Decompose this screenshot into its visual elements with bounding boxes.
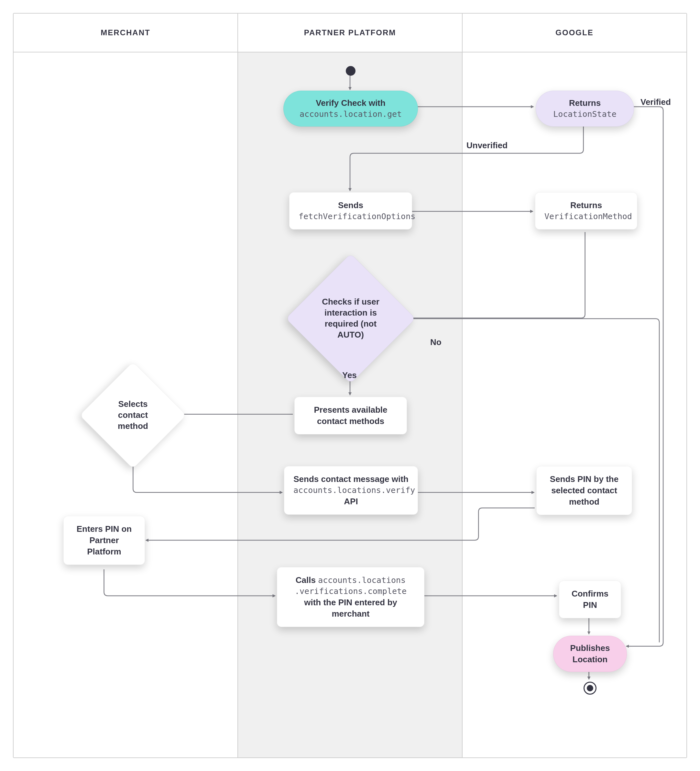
text3: with the PIN entered by merchant (286, 597, 415, 620)
node-sends-pin: Sends PIN by the selected contact method (536, 466, 632, 515)
lane-header-merchant: MERCHANT (14, 14, 238, 52)
node-returns-locationstate: Returns LocationState (536, 91, 634, 127)
lane-header-partner: PARTNER PLATFORM (238, 14, 463, 52)
text: Returns (544, 200, 628, 211)
text1b: accounts.locations (318, 576, 406, 585)
text2: API (293, 496, 409, 507)
text: Verify Check with (298, 98, 403, 109)
text: Publishes Location (568, 642, 612, 665)
edge-label-verified: Verified (640, 97, 671, 107)
text: Selects contact method (95, 377, 171, 453)
node-sends-fetch: Sends fetchVerificationOptions (289, 192, 412, 229)
node-verify-check: Verify Check with accounts.location.get (283, 91, 418, 127)
text-mono2: .verifications.complete (286, 586, 415, 597)
text: Sends PIN by the selected contact method (546, 473, 623, 507)
text: Presents available contact methods (304, 404, 398, 427)
node-returns-verificationmethod: Returns VerificationMethod (535, 192, 637, 229)
text-mono: VerificationMethod (544, 211, 628, 222)
node-checks-interaction: Checks if user interaction is required (… (305, 273, 396, 364)
lane-header-google: GOOGLE (463, 14, 686, 52)
text: Sends contact message with (293, 473, 409, 485)
edge-label-yes: Yes (342, 370, 357, 380)
node-presents-methods: Presents available contact methods (294, 397, 407, 434)
text: Enters PIN on Partner Platform (73, 524, 136, 557)
header-row: MERCHANT PARTNER PLATFORM GOOGLE (14, 14, 686, 52)
node-publishes-location: Publishes Location (553, 636, 627, 672)
text1a: Calls (296, 575, 318, 585)
swimlane-diagram: MERCHANT PARTNER PLATFORM GOOGLE (13, 13, 687, 758)
text-mono: LocationState (550, 109, 619, 120)
text: Checks if user interaction is required (… (305, 273, 396, 364)
text-mono: accounts.location.get (298, 109, 403, 120)
text-mono: fetchVerificationOptions (299, 211, 403, 222)
text-mono: accounts.locations.verify (293, 485, 409, 496)
edge-label-unverified: Unverified (466, 140, 508, 151)
text: Confirms PIN (568, 588, 612, 611)
edge-label-no: No (430, 337, 442, 347)
start-node (346, 66, 356, 76)
end-node (583, 682, 596, 695)
node-enters-pin: Enters PIN on Partner Platform (63, 516, 145, 565)
node-selects-contact: Selects contact method (95, 377, 171, 453)
text: Sends (299, 200, 403, 211)
text: Returns (550, 98, 619, 109)
node-sends-contact: Sends contact message with accounts.loca… (284, 466, 418, 515)
node-calls-complete: Calls accounts.locations .verifications.… (277, 567, 424, 627)
node-confirms-pin: Confirms PIN (559, 581, 621, 618)
